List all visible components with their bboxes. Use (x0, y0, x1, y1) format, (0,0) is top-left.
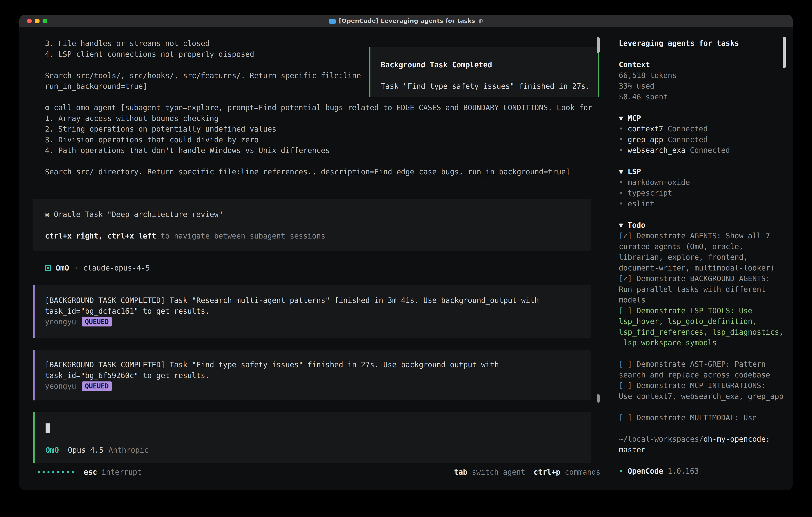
mcp-status: Connected (668, 135, 708, 144)
mcp-item: •context7Connected (619, 124, 793, 134)
tool-call-text: call_omo_agent [subagent_type=explore, p… (54, 103, 592, 112)
minimize-button[interactable] (35, 19, 39, 23)
desktop: [OpenCode] Leveraging agents for tasks ◐… (0, 0, 812, 517)
todo-item: Run parallel tasks with different (619, 284, 793, 295)
task-meta-row: yeongyu QUEUED (45, 381, 591, 392)
terminal-main: 3. File handles or streams not closed 4.… (19, 27, 610, 490)
todo-item: [ ] Demonstrate MULTIMODAL: Use (619, 412, 793, 423)
todo-item: search and replace across codebase (619, 370, 793, 380)
section-mcp[interactable]: ▼MCP (619, 113, 793, 124)
sidebar: Leveraging agents for tasks Context 66,5… (610, 27, 793, 490)
background-task-message[interactable]: [BACKGROUND TASK COMPLETED] Task "Find t… (33, 350, 591, 401)
author-label: yeongyu (45, 318, 76, 326)
esc-key: esc (84, 468, 97, 477)
chevron-down-icon: ▼ (619, 114, 623, 123)
bullet-icon: • (619, 125, 623, 133)
agent-icon (45, 265, 51, 271)
todo-item-active: lsp_workspace_symbols (619, 337, 793, 348)
mcp-name: grep_app (628, 135, 663, 144)
author-label: yeongyu (45, 382, 76, 390)
progress-icon: ◐ (478, 18, 483, 24)
todo-item: [ ] Demonstrate AST-GREP: Pattern (619, 359, 793, 370)
todo-item: [✓] Demonstrate BACKGROUND AGENTS: (619, 273, 793, 284)
prompt-input[interactable]: OmO Opus 4.5 Anthropic (33, 412, 591, 463)
scrollbar-thumb[interactable] (597, 37, 600, 53)
task-message-line: [BACKGROUND TASK COMPLETED] Task "Find t… (45, 359, 591, 370)
agent-name: OmO (56, 264, 69, 272)
log-line: 1. Array access without bounds checking (45, 113, 586, 124)
active-model-label: Opus 4.5 (68, 446, 104, 455)
status-bar: ∙∙∙∙∙∙∙∙ esc interrupt tab switch agent … (36, 467, 601, 478)
window-content: 3. File handles or streams not closed 4.… (19, 27, 793, 490)
section-todo[interactable]: ▼Todo (619, 220, 793, 231)
input-meta-row: OmO Opus 4.5 Anthropic (46, 445, 149, 456)
log-line: ⚙call_omo_agent [subagent_type=explore, … (45, 102, 586, 113)
commands-hint: ctrl+p commands (534, 468, 601, 477)
task-meta-row: yeongyu QUEUED (45, 317, 591, 327)
repo-name: oh-my-opencode: (703, 435, 770, 443)
todo-item: [✓] Demonstrate AGENTS: Show all 7 (619, 230, 793, 241)
background-task-message[interactable]: [BACKGROUND TASK COMPLETED] Task "Resear… (33, 285, 591, 338)
log-line: 2. String operations on potentially unde… (45, 124, 586, 135)
mcp-name: context7 (628, 125, 663, 133)
todo-item: Use context7, websearch_exa, grep_app (619, 391, 793, 402)
log-line-blank (45, 156, 586, 167)
oracle-task-panel[interactable]: ◉Oracle Task "Deep architecture review" … (33, 199, 591, 251)
bullet-icon: • (619, 146, 623, 155)
navigation-hint: ctrl+x right, ctrl+x left to navigate be… (45, 231, 591, 242)
task-message-line: task_id="bg_6f59260c" to get results. (45, 370, 591, 381)
lsp-name: typescript (628, 189, 672, 197)
agent-header: OmO · claude-opus-4-5 (45, 263, 150, 273)
zoom-button[interactable] (42, 19, 47, 23)
todo-item: curated agents (OmO, oracle, (619, 241, 793, 252)
record-icon: ◉ (45, 210, 49, 219)
agent-model: claude-opus-4-5 (83, 264, 150, 272)
todo-heading: Todo (628, 221, 645, 229)
todo-item-active: lsp_hover, lsp_goto_definition, (619, 316, 793, 327)
scrollbar-thumb[interactable] (597, 394, 600, 403)
tab-label: switch agent (467, 468, 525, 477)
log-line: 3. Division operations that could divide… (45, 135, 586, 145)
commands-label: commands (560, 468, 601, 477)
chevron-down-icon: ▼ (619, 221, 623, 229)
tab-key: tab (454, 468, 467, 477)
bullet-icon: • (619, 467, 623, 475)
status-right-group: tab switch agent ctrl+p commands (454, 468, 601, 477)
session-title: Leveraging agents for tasks (619, 38, 793, 49)
mcp-item: •grep_appConnected (619, 134, 793, 145)
bullet-icon: • (619, 199, 623, 208)
toast-body: Task "Find type safety issues" finished … (381, 81, 598, 92)
esc-label: interrupt (97, 468, 142, 477)
mcp-item: •websearch_exaConnected (619, 145, 793, 156)
sidebar-scrollbar-thumb[interactable] (783, 36, 786, 68)
git-branch: master (619, 444, 793, 455)
context-heading: Context (619, 59, 793, 70)
todo-item: models (619, 295, 793, 305)
log-line: 4. Path operations that don't handle Win… (45, 145, 586, 156)
todo-item: [ ] Demonstrate MCP INTEGRATIONS: (619, 380, 793, 391)
separator-dot: · (74, 264, 78, 272)
app-name: OpenCode (628, 467, 663, 475)
text-cursor (46, 424, 50, 433)
context-used: 33% used (619, 81, 793, 91)
notification-toast[interactable]: Background Task Completed Task "Find typ… (369, 47, 600, 98)
context-tokens: 66,518 tokens (619, 70, 793, 81)
close-button[interactable] (27, 19, 32, 23)
mcp-status: Connected (690, 146, 730, 155)
gear-icon: ⚙ (45, 103, 49, 112)
todo-item: document-writer, multimodal-looker) (619, 263, 793, 273)
window-title: [OpenCode] Leveraging agents for tasks (339, 18, 475, 24)
titlebar[interactable]: [OpenCode] Leveraging agents for tasks ◐ (19, 15, 793, 27)
mcp-heading: MCP (628, 114, 641, 123)
mcp-status: Connected (668, 125, 708, 133)
workspace-path: ~/local-workspaces/oh-my-opencode: (619, 434, 793, 445)
lsp-heading: LSP (628, 167, 641, 176)
lsp-name: markdown-oxide (628, 178, 690, 187)
bullet-icon: • (619, 178, 623, 187)
lsp-item: •typescript (619, 188, 793, 198)
bullet-icon: • (619, 135, 623, 144)
lsp-name: eslint (628, 199, 655, 208)
todo-item-active: lsp_find_references, lsp_diagnostics, (619, 327, 793, 338)
section-lsp[interactable]: ▼LSP (619, 166, 793, 177)
queued-badge: QUEUED (82, 317, 112, 326)
